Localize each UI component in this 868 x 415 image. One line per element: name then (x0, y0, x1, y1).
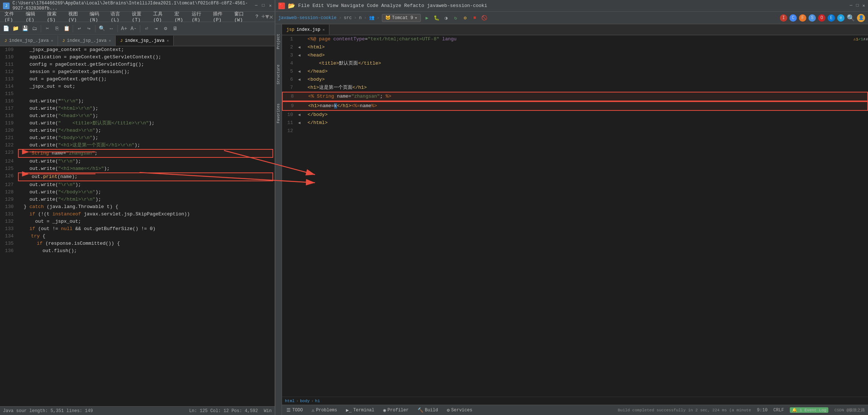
event-log-badge[interactable]: 🔔 1 Event Log (790, 407, 828, 413)
tomcat-dropdown[interactable]: 🐱 Tomcat 9 ▾ (382, 14, 421, 22)
find-btn[interactable]: 🔍 (97, 24, 106, 33)
redo-btn[interactable]: ↪ (84, 24, 93, 33)
tab-label-2: index_jsp_.java (67, 38, 106, 43)
opera-icon[interactable]: O (818, 14, 825, 22)
nav-down[interactable]: ∨ (865, 35, 868, 43)
copy-btn[interactable]: ⎘ (53, 24, 61, 33)
services-tool[interactable]: ⚙ Services (445, 407, 474, 413)
code-line-128: 128 out.write("</body>\r\n"); (0, 189, 275, 196)
wrap-btn[interactable]: ⏎ (142, 24, 151, 33)
menu-edit[interactable]: 编辑(E) (23, 10, 44, 23)
settings-btn2[interactable]: ⚙ (161, 24, 170, 33)
stop-btn[interactable]: ■ (471, 14, 479, 22)
menu-help[interactable]: ? (253, 13, 261, 20)
save-btn[interactable]: 💾 (21, 24, 29, 33)
favorites-sidebar-label[interactable]: Favorites (276, 101, 281, 125)
monitor-btn[interactable]: 🖥 (171, 24, 180, 33)
left-window-controls[interactable]: ─ □ ✕ (255, 3, 272, 8)
left-code-area[interactable]: 109 _jspx_page_context = pageContext; 11… (0, 46, 275, 406)
todo-tool[interactable]: ☰ TODO (285, 407, 304, 413)
right-title-controls[interactable]: ─ □ ✕ (850, 3, 865, 8)
menu-tools[interactable]: 工具(O) (150, 10, 171, 23)
undo-btn[interactable]: ↩ (75, 24, 84, 33)
left-status-text: Java sour length: 5,351 lines: 149 (3, 408, 93, 414)
event-log-icon: 🔔 (792, 408, 797, 412)
sep1 (41, 25, 41, 32)
tab-3[interactable]: J index_jsp_.java ✕ (116, 36, 174, 46)
reload-btn[interactable]: ↻ (452, 14, 460, 22)
tab-2[interactable]: J index_jsp_.java ✕ (58, 36, 116, 46)
profiler-tool[interactable]: ◉ Profiler (382, 407, 410, 413)
tab-1[interactable]: J index_jsp_.java ✕ (0, 36, 58, 46)
open-btn[interactable]: 📁 (11, 24, 20, 33)
save-all-btn[interactable]: 🗂 (30, 24, 39, 33)
right-tab-close[interactable]: ✕ (322, 28, 325, 32)
right-line-7: 7 <h1>这是第一个页面</h1> (282, 84, 868, 92)
indent-btn[interactable]: ⇥ (152, 24, 160, 33)
profile-btn[interactable]: ◑ (442, 14, 450, 22)
menu-file[interactable]: 文件(F) (1, 10, 23, 23)
minimize-button[interactable]: ─ (255, 3, 257, 8)
build-tool[interactable]: 🔨 Build (416, 407, 440, 413)
search-icon[interactable]: 🔍 (847, 14, 855, 22)
right-maximize-btn[interactable]: □ (856, 3, 859, 8)
paste-btn[interactable]: 📋 (62, 24, 71, 33)
menu-search[interactable]: 搜索(S) (44, 10, 65, 23)
edge-icon[interactable]: E (828, 14, 835, 22)
tab-label-3: index_jsp_.java (125, 38, 164, 43)
zoom-out-btn[interactable]: A- (129, 24, 138, 33)
bottom-toolbar: ☰ TODO ⚠ Problems ▶_ Terminal ◉ Profiler… (282, 405, 868, 415)
safari-icon[interactable]: S (809, 14, 816, 22)
code-line-119: 119 out.write(" <title>默认页面</title>\r\n"… (0, 120, 275, 127)
right-line-10: 10 ◀ </body> (282, 111, 868, 119)
right-tab-index-jsp[interactable]: jsp index.jsp ✕ (282, 25, 329, 35)
chrome-icon[interactable]: C (789, 14, 797, 22)
right-line-9: 9 <h1>name=k</h1><%=name%> (282, 101, 868, 111)
right-code-area[interactable]: 1 <%@ page contentType="text/html;charse… (282, 35, 868, 397)
run-btn[interactable]: ▶ (423, 14, 431, 22)
user-avatar[interactable]: 👤 (857, 14, 865, 22)
tab-close-2[interactable]: ✕ (109, 39, 111, 43)
replace-btn[interactable]: ↔ (107, 24, 116, 33)
zoom-in-btn[interactable]: A+ (120, 24, 129, 33)
problems-tool[interactable]: ⚠ Problems (310, 407, 339, 413)
right-minimize-btn[interactable]: ─ (850, 3, 852, 8)
terminal-tool[interactable]: ▶_ Terminal (344, 407, 376, 413)
menu-run[interactable]: 运行(R) (189, 10, 210, 23)
build-label: Build (425, 408, 438, 413)
structure-sidebar-label[interactable]: Structure (276, 62, 281, 87)
build-btn[interactable]: ⚙ (461, 14, 469, 22)
ie-icon[interactable]: e (837, 14, 845, 22)
code-line-135: 135 if (response.isCommitted()) { (0, 240, 275, 247)
debug-btn[interactable]: 🐛 (433, 14, 441, 22)
profiler-label: Profiler (387, 408, 409, 413)
tab-close-3[interactable]: ✕ (167, 39, 169, 43)
code-line-109: 109 _jspx_page_context = pageContext; (0, 46, 275, 54)
close-button[interactable]: ✕ (269, 3, 272, 8)
project-sidebar-label[interactable]: Project (276, 32, 281, 51)
menu-macro[interactable]: 宏(M) (171, 10, 189, 23)
bottom-breadcrumb: html › body › h1 (282, 397, 868, 405)
menu-view[interactable]: 视图(V) (65, 10, 87, 23)
menu-settings[interactable]: 设置(T) (129, 10, 150, 23)
maximize-button[interactable]: □ (262, 3, 265, 8)
nav-up[interactable]: ∧ (863, 35, 866, 43)
firefox-icon[interactable]: F (799, 14, 806, 22)
code-line-134: 134 try { (0, 233, 275, 240)
right-close-btn[interactable]: ✕ (862, 3, 865, 8)
code-line-115: 115 (0, 90, 275, 98)
new-btn[interactable]: 📄 (1, 24, 10, 33)
menu-lang[interactable]: 语言(L) (108, 10, 129, 23)
intellij-icon: 🔴 (278, 3, 285, 9)
cut-btn[interactable]: ✂ (43, 24, 52, 33)
todo-label: TODO (292, 408, 303, 413)
stop2-btn[interactable]: 🚫 (480, 14, 488, 22)
tab-close-1[interactable]: ✕ (51, 39, 53, 43)
menu-window[interactable]: 窗口(W) (231, 10, 253, 23)
right-tab-label: index.jsp (297, 27, 321, 32)
menu-plugins[interactable]: 插件(P) (210, 10, 231, 23)
left-status-bar: Java sour length: 5,351 lines: 149 Ln: 1… (0, 406, 275, 415)
intellij-icon-btn[interactable]: I (780, 14, 787, 22)
menu-encode[interactable]: 编码(N) (87, 10, 108, 23)
sep5 (140, 25, 140, 32)
